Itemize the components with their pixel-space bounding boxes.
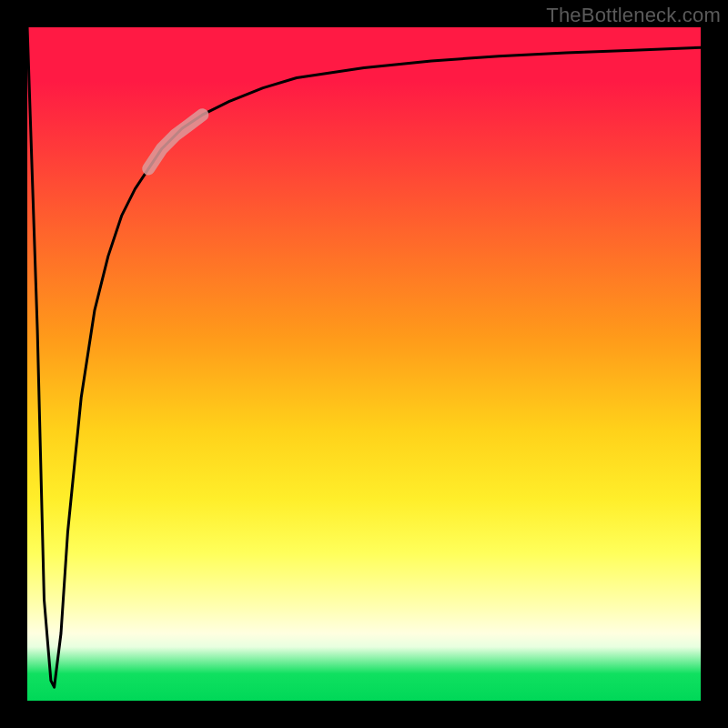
curve-svg <box>27 27 701 701</box>
highlight-segment <box>148 115 202 168</box>
plot-area <box>27 27 701 701</box>
bottleneck-curve <box>27 27 701 687</box>
chart-frame: TheBottleneck.com <box>0 0 728 728</box>
watermark-text: TheBottleneck.com <box>546 4 721 27</box>
